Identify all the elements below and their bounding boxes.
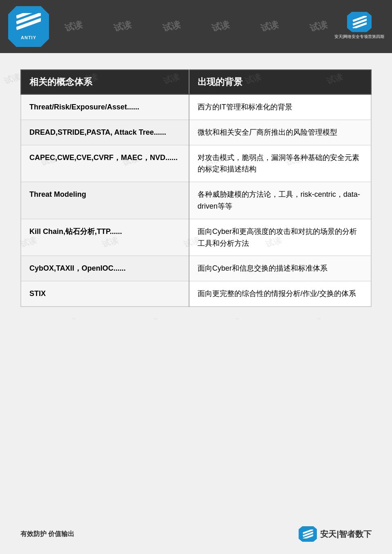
header-wm-1: 试读 [63,18,84,35]
table-row: STIX面向更完整的综合性的情报分析/作业/交换的体系 [21,281,371,307]
wm-1: 试读 [3,71,22,87]
antiy-logo: ANTIY [8,6,49,47]
header-right-logo-icon [347,12,372,32]
table-cell-concept-5: CybOX,TAXII，OpenIOC...... [21,256,189,281]
table-cell-concept-4: Kill Chain,钻石分析,TTP...... [21,219,189,256]
main-content: 试读 试读 试读 试读 试读 试读 试读 试读 试读 试读 试读 试读 试读 试… [0,53,392,319]
wm-14: 试读 [60,316,79,319]
table-cell-background-2: 对攻击模式，脆弱点，漏洞等各种基础的安全元素的标定和描述结构 [189,145,371,182]
table-cell-concept-1: DREAD,STRIDE,PASTA, Attack Tree...... [21,120,189,145]
table-cell-background-0: 西方的IT管理和标准化的背景 [189,94,371,120]
table-cell-background-1: 微软和相关安全厂商所推出的风险管理模型 [189,120,371,145]
table-row: CybOX,TAXII，OpenIOC......面向Cyber和信息交换的描述… [21,256,371,281]
header: ANTIY 试读 试读 试读 试读 试读 试读 安天|网络安全专项营第四期 [0,0,392,53]
logo-label: ANTIY [21,35,36,40]
concept-table: 相关的概念体系 出现的背景 Threat/Risk/Exposure/Asset… [20,69,372,307]
footer-logo-icon [298,526,317,542]
table-row: Kill Chain,钻石分析,TTP......面向Cyber和更高强度的攻击… [21,219,371,256]
footer-brand: 安天|智者数下 [298,526,372,542]
header-wm-3: 试读 [161,18,182,35]
wm-15: 试读 [142,316,161,319]
table-cell-background-6: 面向更完整的综合性的情报分析/作业/交换的体系 [189,281,371,307]
wm-17: 试读 [305,316,324,319]
footer-logo-stripes [303,530,313,538]
header-right-text: 安天|网络安全专项营第四期 [334,34,385,40]
table-row: CAPEC,CWE,CVE,CVRF，MAEC，NVD......对攻击模式，脆… [21,145,371,182]
table-row: Threat Modeling各种威胁建模的方法论，工具，risk-centri… [21,182,371,219]
table-cell-concept-2: CAPEC,CWE,CVE,CVRF，MAEC，NVD...... [21,145,189,182]
table-header-col2: 出现的背景 [189,70,371,94]
footer-tagline: 有效防护 价值输出 [20,530,74,538]
header-wm-2: 试读 [112,18,133,35]
header-right-logo: 安天|网络安全专项营第四期 [335,6,384,45]
table-cell-background-3: 各种威胁建模的方法论，工具，risk-centric，data-driven等等 [189,182,371,219]
footer-brand-slogan: |智者数下 [336,530,372,538]
table-row: Threat/Risk/Exposure/Asset......西方的IT管理和… [21,94,371,120]
header-wm-6: 试读 [308,18,329,35]
header-wm-5: 试读 [259,18,280,35]
table-row: DREAD,STRIDE,PASTA, Attack Tree......微软和… [21,120,371,145]
footer-brand-antiy: 安天 [320,530,336,538]
table-cell-background-4: 面向Cyber和更高强度的攻击和对抗的场景的分析工具和分析方法 [189,219,371,256]
table-cell-concept-3: Threat Modeling [21,182,189,219]
header-wm-4: 试读 [210,18,231,35]
table-cell-concept-0: Threat/Risk/Exposure/Asset...... [21,94,189,120]
header-right-stripes [352,16,367,28]
footer: 有效防护 价值输出 安天|智者数下 [20,526,372,542]
wm-16: 试读 [223,316,243,319]
table-cell-background-5: 面向Cyber和信息交换的描述和标准体系 [189,256,371,281]
footer-brand-text: 安天|智者数下 [320,529,372,540]
logo-stripes [16,13,41,33]
header-watermark-area: 试读 试读 试读 试读 试读 试读 [0,0,392,53]
table-header-col1: 相关的概念体系 [21,70,189,94]
table-cell-concept-6: STIX [21,281,189,307]
